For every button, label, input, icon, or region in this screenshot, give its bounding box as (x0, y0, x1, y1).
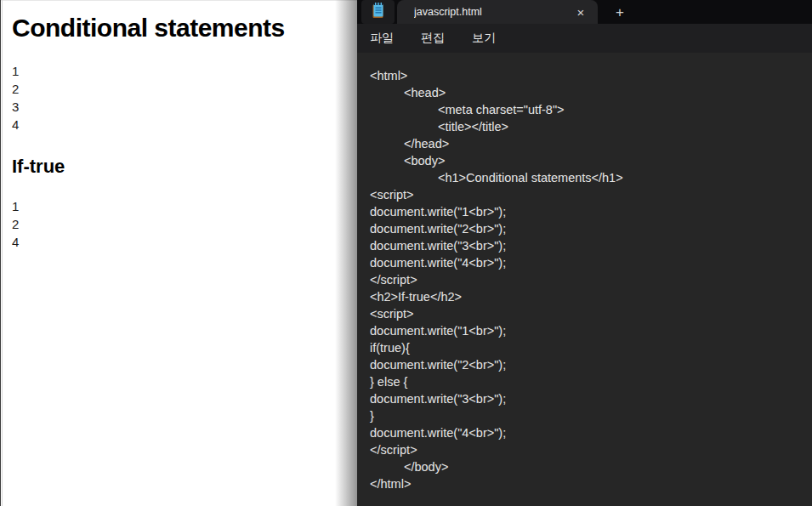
code-line: <meta charset="utf-8"> (370, 101, 812, 118)
code-line: <h2>If-true</h2> (370, 288, 812, 305)
code-line: </head> (370, 135, 812, 152)
output-block-2: 1 2 4 (12, 197, 332, 251)
code-line: </body> (370, 458, 812, 475)
code-line: <body> (370, 152, 812, 169)
code-line: document.write("3<br>"); (370, 390, 812, 407)
code-line: document.write("1<br>"); (370, 203, 812, 220)
code-line: </html> (370, 475, 812, 492)
output-line: 2 (12, 215, 332, 233)
editor-text-area[interactable]: <html> <head> <meta charset="utf-8"> <ti… (357, 53, 812, 506)
output-line: 4 (12, 233, 332, 251)
menubar: 파일 편집 보기 (357, 24, 812, 53)
code-line: document.write("1<br>"); (370, 322, 812, 339)
code-line: document.write("4<br>"); (370, 254, 812, 271)
window-drop-shadow (335, 0, 357, 506)
output-line: 4 (12, 116, 332, 134)
notepad-window: javascript.html × + 파일 편집 보기 <html> <hea… (357, 0, 812, 506)
notepad-icon (372, 3, 385, 22)
page-left-edge (0, 0, 1, 506)
code-line: </script> (370, 271, 812, 288)
code-line: </script> (370, 441, 812, 458)
page-left-edge-highlight (2, 0, 3, 506)
code-line: } (370, 407, 812, 424)
menu-file[interactable]: 파일 (360, 27, 404, 49)
menu-view[interactable]: 보기 (462, 27, 506, 49)
notepad-app-icon-button (361, 0, 395, 24)
page-title-h1: Conditional statements (12, 14, 332, 43)
output-line: 3 (12, 98, 332, 116)
code-line: <script> (370, 186, 812, 203)
page-subtitle-h2: If-true (12, 156, 332, 178)
code-line: <script> (370, 305, 812, 322)
code-line: document.write("2<br>"); (370, 220, 812, 237)
output-line: 2 (12, 80, 332, 98)
code-line: } else { (370, 373, 812, 390)
code-line: document.write("2<br>"); (370, 356, 812, 373)
output-line: 1 (12, 197, 332, 215)
menu-edit[interactable]: 편집 (411, 27, 455, 49)
code-line: <title></title> (370, 118, 812, 135)
code-line: document.write("3<br>"); (370, 237, 812, 254)
plus-icon: + (616, 5, 624, 20)
page-content: Conditional statements 1 2 3 4 If-true 1… (12, 0, 332, 251)
code-line: <h1>Conditional statements</h1> (370, 169, 812, 186)
code-line: <head> (370, 84, 812, 101)
code-line: <html> (370, 67, 812, 84)
code-line: document.write("4<br>"); (370, 424, 812, 441)
browser-page: Conditional statements 1 2 3 4 If-true 1… (0, 0, 357, 506)
screen: Conditional statements 1 2 3 4 If-true 1… (0, 0, 812, 506)
output-line: 1 (12, 62, 332, 80)
tab-javascript-html[interactable]: javascript.html × (397, 0, 598, 24)
new-tab-button[interactable]: + (609, 1, 631, 23)
tab-close-icon[interactable]: × (572, 3, 589, 20)
tab-title: javascript.html (414, 6, 572, 18)
output-block-1: 1 2 3 4 (12, 62, 332, 134)
titlebar: javascript.html × + (357, 0, 812, 24)
code-line: if(true){ (370, 339, 812, 356)
